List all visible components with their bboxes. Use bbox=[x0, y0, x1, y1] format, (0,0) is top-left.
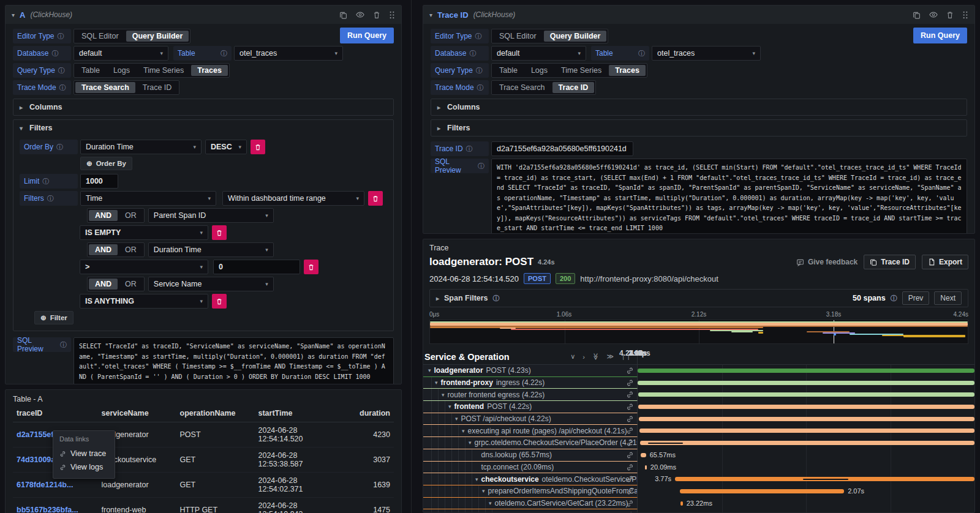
or-option[interactable]: OR bbox=[119, 210, 143, 221]
span-link-icon[interactable] bbox=[626, 475, 634, 485]
eye-icon[interactable] bbox=[356, 10, 364, 19]
span-link-icon[interactable] bbox=[626, 463, 634, 473]
panel-a-header[interactable]: ▾ A (ClickHouse) bbox=[6, 6, 401, 24]
span-row[interactable]: ▾frontendPOST (4.22s) bbox=[423, 401, 974, 413]
span-duration-bar[interactable] bbox=[638, 381, 974, 385]
add-order-by-button[interactable]: ⊕Order By bbox=[80, 157, 132, 170]
info-icon[interactable]: ⓘ bbox=[59, 84, 66, 91]
span-name-cell[interactable]: ▾executing api route (pages) /api/checko… bbox=[423, 425, 638, 437]
span-timeline-cell[interactable] bbox=[638, 425, 974, 437]
info-icon[interactable]: ⓘ bbox=[476, 67, 483, 74]
collapse-all-icon[interactable]: ≫ bbox=[592, 351, 600, 362]
trace-minimap[interactable] bbox=[429, 320, 968, 344]
span-timeline-cell[interactable]: 2.07s bbox=[638, 485, 974, 498]
limit-input[interactable]: 1000 bbox=[80, 174, 118, 189]
add-filter-button[interactable]: ⊕Filter bbox=[34, 311, 74, 324]
span-name-cell[interactable]: ▾tcp.connect (20.09ms) bbox=[423, 462, 638, 474]
info-icon[interactable]: ⓘ bbox=[51, 50, 58, 57]
view-trace-link[interactable]: View trace bbox=[59, 447, 108, 460]
span-row[interactable]: ▾router frontend egress (4.22s) bbox=[423, 389, 974, 401]
span-name-cell[interactable]: ▾cartservicePOST /oteldemo.CartService/G… bbox=[423, 509, 638, 513]
query-type-traces[interactable]: Traces bbox=[191, 65, 228, 76]
info-icon[interactable]: ⓘ bbox=[477, 84, 484, 91]
query-type-table[interactable]: Table bbox=[75, 65, 106, 76]
span-row[interactable]: ▾executing api route (pages) /api/checko… bbox=[423, 425, 974, 437]
span-row[interactable]: ▾POST /api/checkout (4.22s) bbox=[423, 413, 974, 425]
delete-condition-button[interactable] bbox=[304, 260, 318, 274]
span-name-cell[interactable]: ▾grpc.oteldemo.CheckoutService/PlaceOrde… bbox=[423, 437, 638, 449]
column-header-serviceName[interactable]: serviceName bbox=[98, 405, 176, 422]
span-name-cell[interactable]: ▾checkoutserviceoteldemo.CheckoutService… bbox=[423, 473, 638, 485]
delete-condition-button[interactable] bbox=[212, 225, 227, 240]
span-row[interactable]: ▾oteldemo.CartService/GetCart (23.22ms)2… bbox=[423, 498, 974, 510]
span-timeline-cell[interactable]: 3.77s bbox=[638, 473, 974, 485]
database-select[interactable]: default▾ bbox=[74, 46, 168, 61]
expand-one-icon[interactable]: › bbox=[581, 353, 587, 361]
columns-toggle[interactable]: ▸Columns bbox=[431, 99, 967, 115]
span-duration-bar[interactable] bbox=[639, 429, 974, 433]
info-icon[interactable]: ⓘ bbox=[475, 33, 481, 40]
span-expand-chevron[interactable]: ▾ bbox=[442, 392, 445, 398]
span-timeline-cell[interactable] bbox=[638, 401, 974, 413]
run-query-button[interactable]: Run Query bbox=[340, 28, 394, 43]
span-expand-chevron[interactable]: ▾ bbox=[489, 500, 492, 506]
filters-toggle[interactable]: ▸Filters bbox=[431, 120, 967, 136]
span-timeline-cell[interactable] bbox=[638, 365, 974, 377]
info-icon[interactable]: ⓘ bbox=[466, 146, 473, 152]
query-type-logs[interactable]: Logs bbox=[525, 65, 554, 76]
span-link-icon[interactable] bbox=[626, 379, 634, 389]
span-duration-bar[interactable] bbox=[638, 392, 974, 397]
span-duration-bar[interactable] bbox=[680, 489, 844, 493]
sql-editor-tab[interactable]: SQL Editor bbox=[75, 31, 125, 42]
order-by-field-select[interactable]: Duration Time▾ bbox=[80, 140, 202, 154]
duplicate-icon[interactable] bbox=[913, 11, 921, 19]
run-query-button[interactable]: Run Query bbox=[913, 28, 967, 43]
table-select[interactable]: otel_traces▾ bbox=[652, 46, 761, 61]
filters-toggle[interactable]: ▾Filters bbox=[13, 120, 393, 136]
span-name-cell[interactable]: ▾router frontend egress (4.22s) bbox=[423, 389, 638, 401]
and-option[interactable]: AND bbox=[89, 244, 118, 255]
sql-editor-tab[interactable]: SQL Editor bbox=[493, 31, 543, 42]
query-builder-tab[interactable]: Query Builder bbox=[544, 31, 607, 42]
trace-search-tab[interactable]: Trace Search bbox=[493, 82, 551, 93]
info-icon[interactable]: ⓘ bbox=[56, 144, 63, 151]
column-header-operationName[interactable]: operationName bbox=[176, 405, 255, 422]
delete-filter-button[interactable] bbox=[368, 191, 383, 206]
info-icon[interactable]: ⓘ bbox=[47, 195, 54, 202]
column-header-startTime[interactable]: startTime bbox=[255, 405, 347, 422]
order-dir-select[interactable]: DESC▾ bbox=[205, 140, 247, 154]
info-icon[interactable]: ⓘ bbox=[891, 295, 897, 302]
span-link-icon[interactable] bbox=[626, 500, 634, 509]
span-duration-bar[interactable] bbox=[638, 405, 974, 409]
eye-icon[interactable] bbox=[929, 10, 938, 19]
info-icon[interactable]: ⓘ bbox=[57, 33, 64, 40]
condition-op-select[interactable]: >▾ bbox=[80, 260, 208, 274]
span-timeline-cell[interactable] bbox=[638, 509, 974, 513]
span-row[interactable]: ▾frontend-proxyingress (4.22s) bbox=[423, 377, 974, 389]
span-timeline-cell[interactable]: 65.57ms bbox=[638, 449, 974, 462]
trace-id-button[interactable]: Trace ID bbox=[864, 255, 916, 269]
span-duration-bar[interactable] bbox=[641, 453, 646, 457]
trash-icon[interactable] bbox=[946, 11, 954, 19]
condition-value-input[interactable]: 0 bbox=[213, 260, 300, 274]
span-expand-chevron[interactable]: ▾ bbox=[448, 403, 451, 410]
drag-handle-icon[interactable] bbox=[389, 11, 395, 19]
info-icon[interactable]: ⓘ bbox=[60, 342, 67, 348]
span-row[interactable]: ▾dns.lookup (65.57ms)65.57ms bbox=[423, 449, 974, 462]
columns-toggle[interactable]: ▸Columns bbox=[13, 99, 393, 115]
condition-field-select[interactable]: Parent Span ID▾ bbox=[148, 208, 274, 223]
filter-field-select[interactable]: Time▾ bbox=[80, 191, 216, 206]
or-option[interactable]: OR bbox=[119, 279, 143, 290]
expand-all-icon[interactable]: ≫ bbox=[605, 353, 616, 361]
span-timeline-cell[interactable] bbox=[638, 389, 974, 401]
and-option[interactable]: AND bbox=[89, 279, 118, 290]
info-icon[interactable]: ⓘ bbox=[58, 67, 65, 74]
give-feedback-link[interactable]: Give feedback bbox=[796, 258, 858, 266]
span-expand-chevron[interactable]: ▾ bbox=[428, 367, 431, 373]
condition-field-select[interactable]: Service Name▾ bbox=[148, 277, 274, 291]
table-select[interactable]: otel_traces▾ bbox=[234, 46, 343, 61]
span-link-icon[interactable] bbox=[626, 403, 634, 413]
prev-button[interactable]: Prev bbox=[902, 291, 930, 305]
span-timeline-cell[interactable] bbox=[638, 377, 974, 389]
next-button[interactable]: Next bbox=[934, 291, 962, 305]
